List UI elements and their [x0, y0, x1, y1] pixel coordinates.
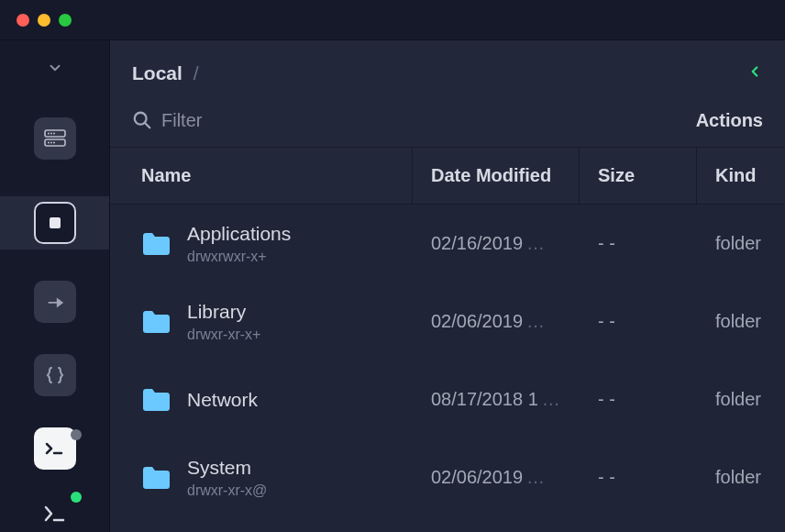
file-permissions: drwxrwxr-x+ [187, 248, 291, 265]
table-row[interactable]: Applicationsdrwxrwxr-x+02/16/2019…- -fol… [110, 205, 785, 283]
svg-line-12 [145, 123, 150, 128]
cell-size: - - [580, 360, 697, 438]
col-header-kind[interactable]: Kind [697, 148, 785, 204]
search-icon [132, 110, 152, 130]
titlebar [0, 0, 785, 40]
chevron-left-icon [746, 63, 763, 80]
folder-icon [141, 388, 171, 412]
cell-date: 08/17/2018 1… [413, 360, 580, 438]
body: Local / Actions Name [0, 40, 785, 532]
sidebar-item-server[interactable] [0, 112, 109, 165]
cell-date: 02/16/2019… [413, 205, 580, 283]
file-name: Applications [187, 222, 291, 245]
cell-size: - - [580, 438, 697, 516]
file-permissions: drwxr-xr-x+ [187, 326, 260, 343]
sidebar-item-terminal[interactable] [0, 427, 109, 470]
sidebar-item-transfer[interactable] [0, 281, 109, 323]
sidebar-nav [0, 112, 109, 532]
folder-icon [141, 232, 171, 256]
status-badge-icon [71, 429, 82, 440]
cell-size: - - [580, 283, 697, 360]
table-row[interactable]: Librarydrwxr-xr-x+02/06/2019…- -folder [110, 283, 785, 360]
topbar: Local / Actions [110, 40, 785, 148]
col-header-name[interactable]: Name [110, 148, 413, 204]
terminal-alt-icon [41, 504, 69, 524]
svg-point-2 [48, 133, 50, 135]
main: Local / Actions Name [110, 40, 785, 532]
breadcrumb[interactable]: Local / [132, 62, 199, 84]
filter-input[interactable] [161, 110, 363, 131]
file-name: Network [187, 388, 258, 411]
window: Local / Actions Name [0, 0, 785, 532]
server-icon [34, 117, 76, 160]
sidebar [0, 40, 110, 532]
cell-name: Network [110, 360, 413, 438]
folder-icon [141, 310, 171, 334]
svg-point-3 [50, 133, 52, 135]
file-name: Library [187, 300, 260, 323]
col-header-size[interactable]: Size [580, 148, 697, 204]
cell-name: Applicationsdrwxrwxr-x+ [110, 205, 413, 283]
braces-icon [34, 354, 76, 396]
table-header: Name Date Modified Size Kind [110, 148, 785, 205]
svg-point-6 [50, 142, 52, 144]
file-table: Name Date Modified Size Kind Application… [110, 148, 785, 532]
svg-point-4 [53, 133, 55, 135]
cell-kind: folder [697, 205, 785, 283]
filter-box[interactable] [132, 110, 363, 131]
breadcrumb-root[interactable]: Local [132, 62, 182, 84]
svg-point-7 [53, 142, 55, 144]
table-body: Applicationsdrwxrwxr-x+02/16/2019…- -fol… [110, 205, 785, 532]
svg-rect-8 [50, 217, 61, 228]
table-row[interactable]: Systemdrwxr-xr-x@02/06/2019…- -folder [110, 438, 785, 516]
cell-name: Systemdrwxr-xr-x@ [110, 438, 413, 516]
arrow-right-icon [34, 281, 76, 323]
files-icon [34, 202, 76, 244]
file-permissions: drwxr-xr-x@ [187, 482, 267, 499]
window-zoom-icon[interactable] [59, 14, 72, 27]
cell-kind: folder [697, 360, 785, 438]
sidebar-item-terminal-alt[interactable] [0, 495, 109, 532]
svg-point-5 [48, 142, 50, 144]
chevron-down-icon [47, 60, 63, 76]
cell-kind: folder [697, 283, 785, 360]
sidebar-item-files[interactable] [0, 196, 109, 249]
cell-date: 02/06/2019… [413, 438, 580, 516]
folder-icon [141, 466, 171, 490]
col-header-date[interactable]: Date Modified [413, 148, 580, 204]
sidebar-dropdown-button[interactable] [0, 48, 109, 88]
cell-size: - - [580, 205, 697, 283]
cell-date: 02/06/2019… [413, 283, 580, 360]
actions-button[interactable]: Actions [696, 110, 763, 131]
window-minimize-icon[interactable] [38, 14, 50, 27]
breadcrumb-separator: / [193, 62, 199, 84]
terminal-icon [34, 427, 76, 470]
table-row[interactable]: Network08/17/2018 1…- -folder [110, 360, 785, 438]
cell-name: Librarydrwxr-xr-x+ [110, 283, 413, 360]
window-close-icon[interactable] [17, 14, 29, 27]
sidebar-item-braces[interactable] [0, 354, 109, 396]
back-button[interactable] [746, 63, 763, 83]
status-badge-active-icon [71, 492, 82, 503]
cell-kind: folder [697, 438, 785, 516]
file-name: System [187, 456, 267, 479]
